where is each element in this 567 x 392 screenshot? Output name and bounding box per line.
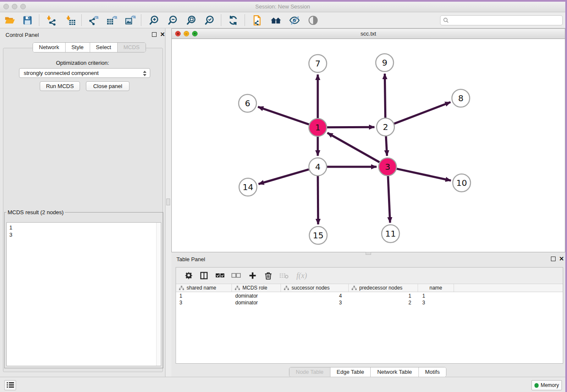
titlebar: Session: New Session bbox=[0, 2, 565, 12]
zoom-fit-button[interactable] bbox=[185, 14, 198, 27]
export-image-button[interactable] bbox=[124, 14, 137, 27]
graph-node-label-2: 2 bbox=[383, 122, 388, 132]
delete-table-button[interactable] bbox=[278, 270, 290, 282]
select-all-button[interactable] bbox=[214, 270, 226, 282]
table-panel-title: Table Panel bbox=[176, 256, 205, 262]
eye-icon bbox=[308, 15, 319, 26]
column-header-predecessor-nodes[interactable]: predecessor nodes bbox=[349, 284, 418, 292]
node-table-container: f(x) shared name MCDS role successor nod bbox=[176, 267, 563, 364]
column-tree-icon bbox=[352, 286, 357, 290]
table-panel-tabs: Node Table Edge Table Network Table Moti… bbox=[289, 367, 446, 377]
graph-edge-1-6[interactable] bbox=[258, 107, 309, 124]
delete-column-button[interactable] bbox=[262, 270, 275, 282]
close-table-panel-button[interactable]: ✕ bbox=[558, 255, 565, 262]
network-graph-canvas[interactable]: 7968124314101511 bbox=[172, 39, 565, 252]
show-columns-button[interactable] bbox=[198, 270, 210, 282]
graph-node-label-9: 9 bbox=[382, 58, 388, 68]
zoom-in-icon bbox=[149, 15, 160, 26]
graph-edge-4-14[interactable] bbox=[259, 169, 309, 184]
hide-graphics-details-button[interactable] bbox=[288, 14, 301, 27]
table-row[interactable]: 1 dominator 4 1 1 bbox=[176, 293, 563, 300]
zoom-out-icon bbox=[167, 15, 178, 26]
cell-predecessor-nodes: 1 bbox=[349, 293, 418, 300]
tab-edge-table[interactable]: Edge Table bbox=[330, 367, 371, 377]
graph-edge-3-10[interactable] bbox=[396, 169, 451, 181]
close-panel-button-inner[interactable]: Close panel bbox=[86, 81, 129, 91]
create-column-button[interactable] bbox=[246, 270, 259, 282]
memory-button[interactable]: Memory bbox=[531, 380, 562, 390]
mcds-result-line: 3 bbox=[9, 231, 158, 238]
column-tree-icon bbox=[235, 286, 240, 290]
cell-predecessor-nodes: 2 bbox=[349, 300, 418, 306]
float-table-panel-button[interactable] bbox=[551, 257, 556, 261]
function-builder-button[interactable]: f(x) bbox=[293, 270, 310, 282]
mcds-result-textarea[interactable]: 1 3 bbox=[6, 222, 161, 366]
column-header-successor-nodes[interactable]: successor nodes bbox=[281, 284, 349, 292]
tab-motifs[interactable]: Motifs bbox=[419, 367, 446, 377]
tab-select[interactable]: Select bbox=[90, 43, 118, 52]
import-network-button[interactable] bbox=[45, 14, 58, 27]
toolbar-separator bbox=[39, 14, 39, 26]
graph-edge-2-9[interactable] bbox=[385, 74, 385, 118]
tab-network[interactable]: Network bbox=[33, 43, 66, 52]
float-panel-button[interactable] bbox=[152, 32, 157, 37]
network-window-titlebar: ✕ − + scc.txt bbox=[172, 29, 565, 39]
cell-shared-name: 3 bbox=[176, 300, 232, 306]
main-toolbar bbox=[0, 12, 565, 28]
unchecked-boxes-icon bbox=[231, 273, 241, 279]
clone-network-button[interactable] bbox=[250, 14, 263, 27]
save-session-button[interactable] bbox=[21, 14, 34, 27]
cell-mcds-role: dominator bbox=[232, 293, 281, 300]
graph-edge-1-2[interactable] bbox=[327, 127, 374, 127]
column-header-name[interactable]: name bbox=[418, 284, 454, 292]
optimization-criterion-value: strongly connected component bbox=[24, 70, 99, 76]
column-header-shared-name[interactable]: shared name bbox=[176, 284, 232, 292]
tab-node-table[interactable]: Node Table bbox=[289, 367, 330, 377]
graph-edge-2-8[interactable] bbox=[394, 102, 451, 124]
cell-name: 1 bbox=[418, 293, 454, 300]
cell-name: 3 bbox=[418, 300, 454, 306]
optimization-criterion-select[interactable]: strongly connected component bbox=[19, 68, 150, 78]
table-row[interactable]: 3 dominator 3 2 3 bbox=[176, 300, 563, 306]
graph-node-label-14: 14 bbox=[242, 182, 253, 192]
zoom-selected-button[interactable] bbox=[203, 14, 216, 27]
show-graphics-details-button[interactable] bbox=[307, 14, 319, 27]
zoom-selected-icon bbox=[204, 15, 215, 26]
table-header-row: shared name MCDS role successor nodes pr… bbox=[176, 284, 563, 292]
import-table-button[interactable] bbox=[64, 14, 77, 27]
graph-node-label-15: 15 bbox=[313, 230, 323, 240]
deselect-all-button[interactable] bbox=[230, 270, 242, 282]
column-header-mcds-role[interactable]: MCDS role bbox=[232, 284, 281, 292]
run-mcds-button[interactable]: Run MCDS bbox=[40, 81, 80, 91]
graph-edge-3-11[interactable] bbox=[388, 176, 390, 223]
zoom-out-button[interactable] bbox=[166, 14, 179, 27]
export-network-button[interactable] bbox=[87, 14, 100, 27]
graph-edge-2-3[interactable] bbox=[386, 136, 387, 156]
tab-style[interactable]: Style bbox=[66, 43, 90, 52]
export-table-button[interactable] bbox=[105, 14, 118, 27]
graph-node-label-3: 3 bbox=[385, 162, 391, 172]
column-tree-icon bbox=[284, 286, 289, 290]
tab-network-table[interactable]: Network Table bbox=[371, 367, 418, 377]
result-scrollbar[interactable] bbox=[156, 223, 161, 366]
graph-edge-3-1[interactable] bbox=[328, 133, 380, 162]
zoom-in-button[interactable] bbox=[148, 14, 160, 27]
task-history-button[interactable] bbox=[4, 380, 16, 390]
close-panel-button[interactable]: ✕ bbox=[159, 30, 166, 38]
table-settings-button[interactable] bbox=[182, 270, 195, 282]
control-panel-header: Control Panel ✕ bbox=[0, 28, 165, 41]
tab-mcds[interactable]: MCDS bbox=[118, 43, 146, 52]
zoom-fit-icon bbox=[186, 15, 197, 26]
horizontal-splitter-handle[interactable] bbox=[366, 252, 371, 255]
checked-boxes-icon bbox=[215, 273, 225, 279]
home-layout-button[interactable] bbox=[270, 14, 282, 27]
graph-edge-4-15[interactable] bbox=[318, 176, 318, 224]
splitter-handle[interactable] bbox=[166, 199, 170, 205]
vertical-splitter[interactable] bbox=[165, 28, 171, 378]
search-input[interactable] bbox=[440, 15, 563, 25]
select-updown-icon bbox=[143, 70, 147, 77]
trash-icon bbox=[264, 271, 272, 280]
open-session-button[interactable] bbox=[3, 14, 16, 27]
cell-successor-nodes: 4 bbox=[281, 293, 349, 300]
refresh-view-button[interactable] bbox=[227, 14, 239, 27]
